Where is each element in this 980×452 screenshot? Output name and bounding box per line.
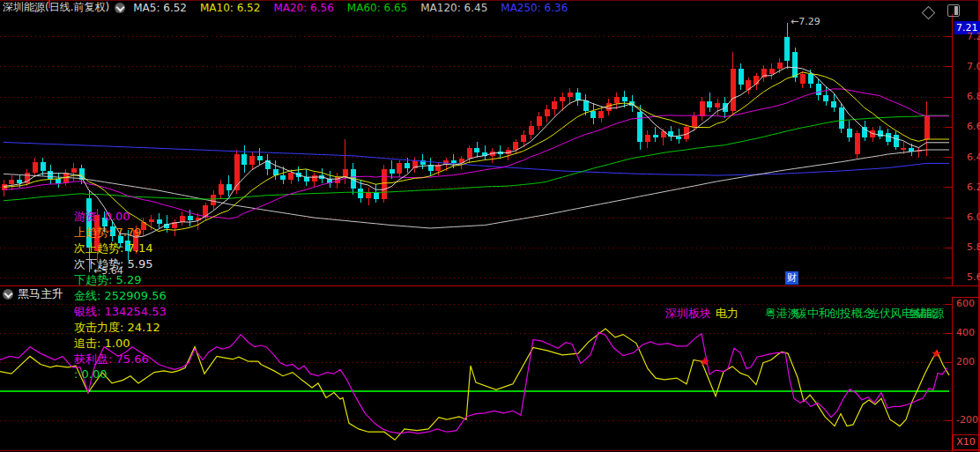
signal-star-icon: ★ <box>699 354 710 368</box>
ma-legend: MA5: 6.52MA10: 6.52MA20: 6.56MA60: 6.65M… <box>133 2 581 14</box>
price-axis-label: 6.2 <box>967 182 980 193</box>
chart-header-bar: 深圳能源(日线.前复权) MA5: 6.52MA10: 6.52MA20: 6.… <box>0 0 980 15</box>
indicator-field-下趋势: 下趋势: 5.29 <box>74 272 167 288</box>
ma-legend-item-3: MA60: 6.65 <box>347 2 407 14</box>
indicator-field-银线: 银线: 134254.53 <box>74 304 167 320</box>
indicator-field-获利盘: 获利盘: 75.66 <box>74 352 167 367</box>
tdx-window: ★★ 深圳能源(日线.前复权) MA5: 6.52MA10: 6.52MA20:… <box>0 0 980 452</box>
price-axis-label: 7.2 <box>967 32 980 42</box>
indicator-field-游资: 游资: 0.00 <box>74 209 167 225</box>
ma-legend-item-1: MA10: 6.52 <box>200 2 260 14</box>
sector-tag[interactable]: 粤港澳 <box>765 306 799 322</box>
sector-tag[interactable]: 电力 <box>716 306 739 322</box>
signal-star-icon: ★ <box>931 346 942 360</box>
ma-legend-item-2: MA20: 6.56 <box>273 2 333 14</box>
ma-legend-item-0: MA5: 6.52 <box>133 2 187 14</box>
price-axis-label: 6.8 <box>967 92 980 102</box>
price-axis-label: 5.8 <box>967 242 980 253</box>
indicator-values: 游资: 0.00上趋势: 7.79次上趋势: 7.14次下趋势: 5.95下趋势… <box>74 209 178 381</box>
sector-tag[interactable]: 储能 <box>915 306 938 322</box>
sector-tag[interactable]: 光伏 <box>868 306 891 322</box>
price-axis-label: 5.6 <box>967 272 980 283</box>
indicator-field-次下趋势: 次下趋势: 5.95 <box>74 256 167 272</box>
ma-legend-item-5: MA250: 6.36 <box>501 2 568 14</box>
indicator-field-金线: 金线: 252909.56 <box>74 288 167 304</box>
indicator-field-上趋势: 上趋势: 7.79 <box>74 225 167 241</box>
indicator-field-追击: 追击: 1.00 <box>74 336 167 352</box>
indicator-axis-label: 200 <box>956 357 975 367</box>
ma-legend-item-4: MA120: 6.45 <box>420 2 487 14</box>
price-axis-label: 6.6 <box>967 122 980 132</box>
indicator-axis-label: -200 <box>956 415 978 426</box>
chevron-down-icon[interactable] <box>3 289 13 300</box>
indicator-field-extra: : 0.00 <box>74 367 167 381</box>
indicator-axis-label: 400 <box>956 328 975 338</box>
indicator-axis-label: 600 <box>956 299 975 309</box>
price-axis-label: 6.4 <box>967 152 980 163</box>
indicator-field-次上趋势: 次上趋势: 7.14 <box>74 241 167 256</box>
indicator-name[interactable]: 黑马主升 <box>18 286 63 302</box>
indicator-field-攻击力度: 攻击力度: 24.12 <box>74 320 167 336</box>
chevron-down-icon[interactable] <box>115 3 125 13</box>
sector-tag[interactable]: 深圳板块 <box>665 306 711 322</box>
indicator-header: 黑马主升 游资: 0.00上趋势: 7.79次上趋势: 7.14次下趋势: 5.… <box>0 286 969 302</box>
price-axis-label: 6.0 <box>967 212 980 223</box>
high-price-label: ←7.29 <box>791 16 820 27</box>
sector-tag[interactable]: 碳中和 <box>796 306 830 322</box>
split-window-icon[interactable] <box>947 4 960 17</box>
financial-report-marker-icon[interactable]: 财 <box>785 271 798 285</box>
axis-multiplier-badge: X10 <box>953 434 979 450</box>
stock-title: 深圳能源(日线.前复权) <box>3 0 109 15</box>
price-axis-label: 7.0 <box>967 62 980 72</box>
